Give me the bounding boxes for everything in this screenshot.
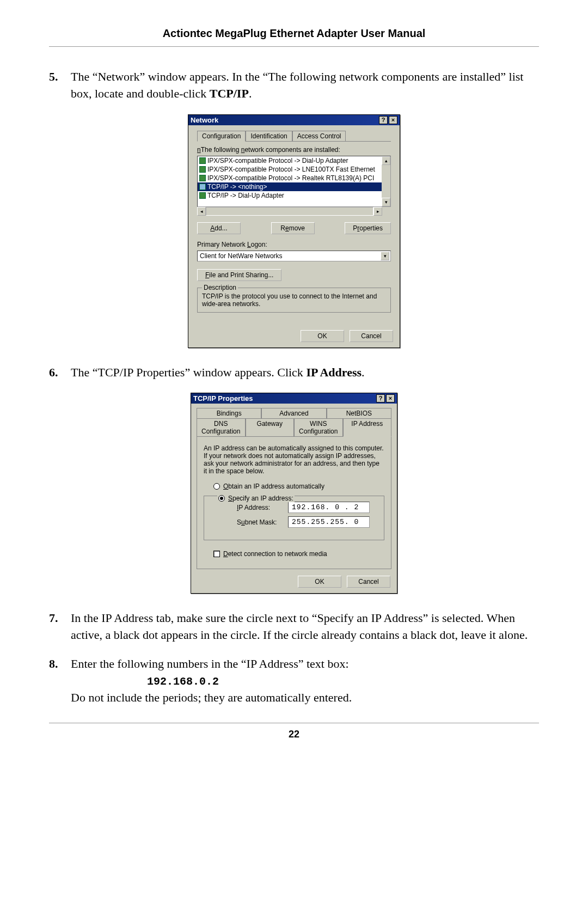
radio-icon — [218, 495, 225, 502]
step-7-number: 7. — [49, 610, 71, 644]
tab-identification[interactable]: Identification — [246, 131, 292, 141]
step-6: 6. The “TCP/IP Properties” window appear… — [49, 364, 539, 381]
step-5-body: The “Network” window appears. In the “Th… — [71, 69, 539, 102]
step-5: 5. The “Network” window appears. In the … — [49, 69, 539, 102]
step-6-bold: IP Address — [306, 365, 362, 379]
detect-connection-checkbox[interactable]: Detect connection to network media — [213, 550, 384, 558]
radio-specify-ip[interactable]: Specify an IP address: — [217, 495, 295, 502]
step-5-bold: TCP/IP — [210, 87, 249, 100]
tab-dns[interactable]: DNS Configuration — [197, 418, 246, 436]
step-6-text-b: . — [362, 365, 365, 379]
step-7: 7. In the IP Address tab, make sure the … — [49, 610, 539, 644]
tcpip-dialog: TCP/IP Properties ? × Bindings Advanced … — [191, 393, 397, 594]
tab-bindings[interactable]: Bindings — [197, 408, 261, 418]
step-5-text-a: The “Network” window appears. In the “Th… — [71, 70, 523, 100]
logon-label: Primary Network Logon: — [197, 241, 391, 248]
list-item[interactable]: IPX/SPX-compatible Protocol -> LNE100TX … — [198, 165, 382, 174]
tab-advanced[interactable]: Advanced — [261, 408, 326, 418]
protocol-icon — [199, 184, 206, 190]
step-8: 8. Enter the following numbers in the “I… — [49, 656, 539, 706]
step-6-number: 6. — [49, 364, 71, 381]
radio-icon — [213, 483, 220, 490]
tab-wins[interactable]: WINS Configuration — [294, 418, 343, 436]
step-6-text-a: The “TCP/IP Properties” window appears. … — [71, 365, 306, 379]
network-titlebar: Network ? × — [188, 115, 400, 125]
tab-netbios[interactable]: NetBIOS — [327, 408, 391, 418]
tab-gateway[interactable]: Gateway — [246, 418, 295, 436]
logon-combo[interactable]: Client for NetWare Networks ▾ — [197, 251, 391, 261]
step-8-body: Enter the following numbers in the “IP A… — [71, 656, 539, 706]
ip-address-label: IP Address: — [237, 504, 280, 511]
subnet-mask-input[interactable]: 255.255.255. 0 — [288, 516, 370, 528]
header-divider — [49, 46, 539, 47]
tcpip-title: TCP/IP Properties — [193, 394, 253, 402]
ok-button[interactable]: OK — [298, 576, 341, 588]
tab-ip-address[interactable]: IP Address — [343, 418, 392, 437]
help-icon[interactable]: ? — [379, 116, 388, 124]
radio-obtain-auto[interactable]: Obtain an IP address automatically — [213, 483, 384, 490]
page-header-title: Actiontec MegaPlug Ethernet Adapter User… — [49, 27, 539, 40]
close-icon[interactable]: × — [389, 116, 397, 124]
file-print-sharing-button[interactable]: File and Print Sharing... — [197, 269, 281, 281]
ip-info-text: An IP address can be automatically assig… — [204, 444, 384, 475]
protocol-icon — [199, 166, 206, 173]
list-item-selected[interactable]: TCP/IP -> <nothing> — [198, 182, 382, 191]
logon-value: Client for NetWare Networks — [200, 252, 283, 260]
ip-address-input[interactable]: 192.168. 0 . 2 — [288, 502, 370, 513]
step-7-body: In the IP Address tab, make sure the cir… — [71, 610, 539, 644]
step-8-text-b: Do not include the periods; they are aut… — [71, 691, 352, 704]
network-title: Network — [191, 116, 218, 124]
description-text: TCP/IP is the protocol you use to connec… — [202, 292, 386, 308]
step-8-ip-value: 192.168.0.2 — [147, 675, 219, 688]
protocol-icon — [199, 175, 206, 181]
close-icon[interactable]: × — [386, 394, 395, 402]
scroll-up-icon[interactable]: ▴ — [382, 156, 390, 165]
protocol-icon — [199, 192, 206, 199]
tab-access-control[interactable]: Access Control — [292, 131, 346, 141]
footer-divider — [49, 723, 539, 723]
components-listbox[interactable]: IPX/SPX-compatible Protocol -> Dial-Up A… — [197, 156, 391, 207]
tcpip-titlebar: TCP/IP Properties ? × — [191, 393, 397, 404]
add-button[interactable]: Add... — [197, 222, 241, 234]
list-item[interactable]: IPX/SPX-compatible Protocol -> Dial-Up A… — [198, 156, 382, 165]
checkbox-icon — [213, 551, 220, 557]
cancel-button[interactable]: Cancel — [347, 576, 390, 588]
components-label: nThe following network components are in… — [197, 146, 391, 154]
list-item[interactable]: TCP/IP -> Dial-Up Adapter — [198, 191, 382, 200]
protocol-icon — [199, 157, 206, 164]
description-group: Description TCP/IP is the protocol you u… — [197, 288, 391, 313]
help-icon[interactable]: ? — [376, 394, 385, 402]
step-5-text-b: . — [249, 87, 252, 100]
ok-button[interactable]: OK — [301, 330, 344, 342]
scroll-right-icon[interactable]: ▸ — [373, 207, 382, 216]
step-5-number: 5. — [49, 69, 71, 102]
step-8-text-a: Enter the following numbers in the “IP A… — [71, 657, 349, 670]
cancel-button[interactable]: Cancel — [350, 330, 393, 342]
description-legend: Description — [202, 284, 238, 291]
subnet-mask-label: Subnet Mask: — [237, 518, 280, 526]
scroll-left-icon[interactable]: ◂ — [197, 207, 206, 216]
scroll-down-icon[interactable]: ▾ — [382, 198, 390, 206]
network-dialog: Network ? × Configuration Identification… — [188, 114, 400, 348]
remove-button[interactable]: Remove — [271, 222, 315, 234]
tab-configuration[interactable]: Configuration — [197, 131, 246, 142]
step-6-body: The “TCP/IP Properties” window appears. … — [71, 364, 539, 381]
list-item[interactable]: IPX/SPX-compatible Protocol -> Realtek R… — [198, 174, 382, 182]
page-number: 22 — [49, 729, 539, 740]
properties-button[interactable]: Properties — [345, 222, 391, 234]
step-8-number: 8. — [49, 656, 71, 706]
chevron-down-icon[interactable]: ▾ — [381, 252, 389, 260]
